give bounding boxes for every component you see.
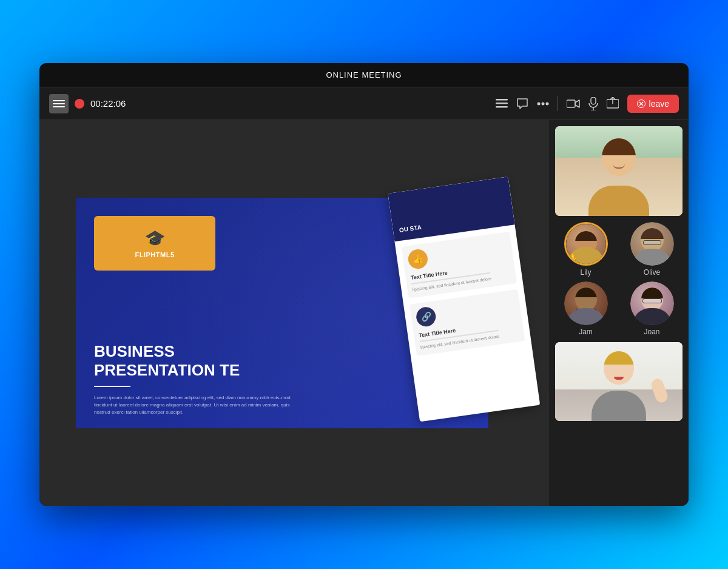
svg-point-5 — [545, 102, 548, 105]
slide-logo-icon: 🎓 — [144, 229, 166, 249]
participant-name-lily: Lily — [580, 268, 591, 277]
presentation-area: 🎓 FLIPHTML5 BUSINESS PRESENTATION TE Lor… — [39, 120, 549, 506]
avatar-jam[interactable] — [564, 281, 608, 325]
slide-title: BUSINESS PRESENTATION TE — [94, 342, 240, 380]
card-1-icon: 👍 — [407, 248, 429, 270]
leave-button[interactable]: leave — [627, 95, 679, 113]
svg-rect-0 — [496, 99, 508, 101]
leave-label: leave — [649, 99, 669, 109]
svg-point-4 — [541, 102, 544, 105]
svg-point-3 — [537, 102, 540, 105]
slide-body-text: Lorem ipsum dolor sit amet, consectetuer… — [94, 394, 300, 416]
timer-display: 00:22:06 — [90, 98, 126, 109]
slide-folded-content: 👍 Text Title Here lipiscing elit, sed ti… — [394, 224, 531, 362]
card-2-icon: 🔗 — [415, 306, 437, 328]
microphone-icon[interactable] — [588, 97, 598, 110]
chat-icon[interactable] — [516, 98, 528, 110]
share-screen-icon[interactable] — [607, 97, 619, 110]
menu-icon[interactable] — [496, 99, 508, 109]
toolbar-left: 00:22:06 — [49, 94, 496, 113]
slide-container: 🎓 FLIPHTML5 BUSINESS PRESENTATION TE Lor… — [76, 186, 513, 440]
camera-icon[interactable] — [567, 99, 580, 109]
avatar-joan[interactable] — [630, 281, 674, 325]
participants-sidebar: ✋ Lily — [549, 120, 689, 506]
slide-card-2: 🔗 Text Title Here lipiscing elit, sed ti… — [410, 289, 525, 356]
participant-name-olive: Olive — [644, 268, 660, 277]
svg-rect-6 — [567, 100, 575, 107]
slide-divider — [94, 386, 130, 387]
slide-logo-area: 🎓 FLIPHTML5 — [94, 216, 215, 271]
more-icon[interactable] — [537, 102, 549, 106]
participants-grid: ✋ Lily — [555, 222, 682, 336]
window-title: ONLINE MEETING — [326, 70, 402, 79]
participant-lily[interactable]: ✋ Lily — [555, 222, 616, 277]
raise-hand-badge-lily: ✋ — [567, 253, 578, 263]
whiteboard-icon[interactable] — [49, 94, 69, 113]
svg-rect-2 — [496, 106, 508, 108]
main-content: 🎓 FLIPHTML5 BUSINESS PRESENTATION TE Lor… — [39, 120, 689, 506]
svg-rect-1 — [496, 103, 508, 104]
participant-name-jam: Jam — [579, 328, 593, 336]
avatar-lily[interactable]: ✋ — [564, 222, 608, 266]
participant-joan[interactable]: Joan — [621, 281, 682, 336]
participant-olive[interactable]: Olive — [621, 222, 682, 277]
participant-jam[interactable]: Jam — [555, 281, 616, 336]
toolbar: 00:22:06 — [39, 87, 689, 120]
toolbar-divider — [558, 96, 558, 111]
recording-indicator — [75, 99, 84, 109]
participant-name-joan: Joan — [644, 328, 659, 336]
title-bar: ONLINE MEETING — [39, 63, 689, 87]
toolbar-right: leave — [496, 95, 679, 113]
slide-logo-text: FLIPHTML5 — [135, 251, 175, 258]
app-window: ONLINE MEETING 00:22:06 — [39, 63, 689, 506]
svg-rect-7 — [591, 97, 596, 104]
main-speaker-video[interactable] — [555, 126, 682, 216]
fifth-participant-video[interactable] — [555, 342, 682, 421]
slide-card-1: 👍 Text Title Here lipiscing elit, sed ti… — [402, 232, 517, 298]
avatar-olive[interactable] — [630, 222, 674, 266]
